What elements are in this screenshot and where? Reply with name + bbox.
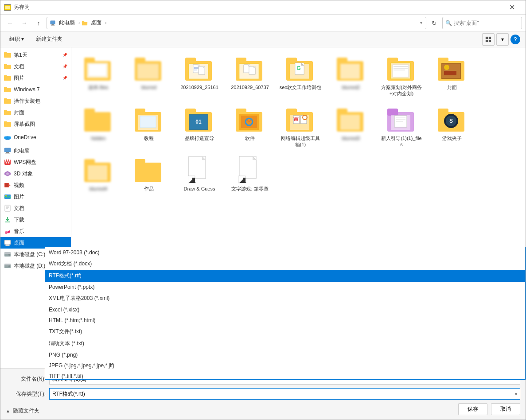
help-button[interactable]: ? [510,35,520,44]
dropdown-option-doc[interactable]: Word 97-2003 (*.doc) [45,247,525,258]
list-item[interactable]: 软件 [226,102,273,151]
list-item[interactable]: hidden [75,102,122,151]
sidebar-item-win7[interactable]: Windows 7 [0,84,71,95]
dropdown-option-tiff[interactable]: TIFF (*.tiff,*.tif) [45,371,525,380]
pc-icon [4,147,11,154]
dropdown-option-rtf[interactable]: RTF格式(*.rtf) [45,270,525,282]
address-dropdown[interactable]: ▾ [419,19,423,26]
sidebar-item-wps[interactable]: W WPS网盘 [0,156,71,168]
dropdown-option-xml2003[interactable]: XML电子表格2003 (*.xml) [45,292,525,304]
titlebar-left: 另存为 [4,4,30,11]
svg-rect-62 [137,64,159,79]
hide-files-label[interactable]: 隐藏文件夹 [13,407,39,415]
dropdown-option-xlsx[interactable]: Excel (*.xlsx) [45,304,525,315]
dropdown-option-png[interactable]: PNG (*.png) [45,350,525,360]
folder-icon-file [135,156,163,184]
sidebar-item-music[interactable]: 音乐 [0,226,71,237]
svg-rect-134 [387,109,398,116]
svg-rect-48 [6,245,9,245]
folder-icon-file [185,54,214,82]
file-label: seo软文工作培训包 [280,84,322,90]
svg-text:W: W [293,116,299,122]
list-item[interactable]: Draw & Guess [176,152,223,195]
sidebar-item-documents[interactable]: 文档 [0,202,71,214]
folder-icon-file: G [286,54,315,82]
svg-rect-4 [51,25,55,25]
sidebar-item-onedrive[interactable]: OneDrive [0,132,71,143]
svg-rect-49 [5,245,10,246]
svg-marker-36 [9,184,11,186]
list-item[interactable]: 教程 [125,102,172,151]
list-item[interactable]: S 游戏夹子 [429,102,475,151]
svg-rect-20 [4,98,7,100]
save-button[interactable]: 保存 [458,403,487,415]
list-item[interactable]: blurred2 [327,51,374,100]
filetype-select[interactable]: RTF格式(*.rtf) ▾ [49,388,520,400]
sidebar-item-cover[interactable]: 封面 [0,107,71,118]
dropdown-option-txt[interactable]: TXT文件(*.txt) [45,326,525,338]
list-item[interactable]: 新人引导(1)(1)_files [378,102,425,151]
dropdown-option-txth[interactable]: 辅助文本 (*.txt) [45,338,525,350]
dropdown-option-jpeg[interactable]: JPEG (*.jpg,*.jpeg,*.jpe,*.jif) [45,360,525,371]
view-toggle-button[interactable] [482,33,495,46]
expand-icon[interactable]: ▲ [6,408,10,413]
breadcrumb-desktop[interactable]: 桌面 [89,18,103,27]
list-item[interactable]: 封面 [429,51,475,100]
list-item[interactable]: blurred4 [75,152,122,195]
sidebar-item-installer[interactable]: 操作安装包 [0,95,71,107]
forward-button[interactable]: → [18,17,31,29]
breadcrumb-pc[interactable]: 此电脑 [57,18,77,27]
svg-rect-3 [51,24,54,25]
list-item[interactable]: 20210929_25161 [176,51,223,100]
file-label: 方案策划(对外商务+对内企划) [380,84,423,97]
wps-icon: W [4,159,11,166]
folder-icon [4,109,11,116]
dropdown-option-pptx[interactable]: PowerPoint (*.pptx) [45,282,525,292]
sidebar-item-3d[interactable]: 3D 对象 [0,168,71,179]
list-item[interactable]: 方案策划(对外商务+对内企划) [378,51,425,100]
list-item[interactable]: 文字游戏: 第零章 [226,152,273,195]
sidebar-item-images[interactable]: 图片 📌 [0,72,71,84]
sidebar-item-day1[interactable]: 第1天 📌 [0,49,71,61]
search-input[interactable] [454,20,520,26]
sidebar-item-docs[interactable]: 文档 📌 [0,61,71,72]
list-item[interactable]: 副本.files [75,51,122,100]
list-item[interactable]: G seo软文工作培训包 [277,51,324,100]
action-bar: 组织 ▾ 新建文件夹 ▾ ? [0,31,526,47]
file-label: 副本.files [89,84,109,90]
new-folder-button[interactable]: 新建文件夹 [31,33,67,45]
folder-icon-file: S [438,105,466,133]
list-item[interactable]: blurred [125,51,172,100]
sidebar-item-screenshot[interactable]: 屏幕截图 [0,118,71,130]
svg-point-45 [5,231,8,234]
organize-button[interactable]: 组织 ▾ [6,34,27,45]
folder-icon-file [387,105,416,133]
sidebar-item-video[interactable]: 视频 [0,179,71,191]
dropdown-option-docx[interactable]: Word文档 (*.docx) [45,258,525,270]
svg-rect-141 [438,109,448,116]
folder-icon [4,63,11,70]
svg-rect-54 [4,264,11,265]
list-item[interactable]: 20210929_60737 [226,51,273,100]
svg-rect-59 [89,64,106,76]
file-label: 网络编辑超级工具箱(1) [279,135,322,148]
view-more-button[interactable]: ▾ [496,33,509,46]
cancel-button[interactable]: 取消 [491,403,520,415]
list-item[interactable]: 作品 [125,152,172,195]
svg-rect-40 [5,205,10,211]
up-button[interactable]: ↑ [32,17,45,29]
sidebar-item-pictures[interactable]: 图片 [0,191,71,202]
folder-icon [4,51,11,58]
list-item[interactable]: blurred3 [327,102,374,151]
sidebar-item-thispc[interactable]: 此电脑 [0,145,71,156]
back-button[interactable]: ← [4,17,16,29]
list-item[interactable]: 01 品牌打造宣导 [176,102,223,151]
close-button[interactable]: ✕ [502,0,522,15]
sidebar-item-downloads[interactable]: 下载 [0,214,71,226]
list-item[interactable]: W 网络编辑超级工具箱(1) [277,102,324,151]
3d-icon [4,170,11,177]
file-label: 新人引导(1)(1)_files [380,135,423,148]
refresh-button[interactable]: ↻ [428,17,440,29]
file-label: blurred3 [342,135,360,141]
dropdown-option-html[interactable]: HTML (*.htm;*.html) [45,315,525,326]
